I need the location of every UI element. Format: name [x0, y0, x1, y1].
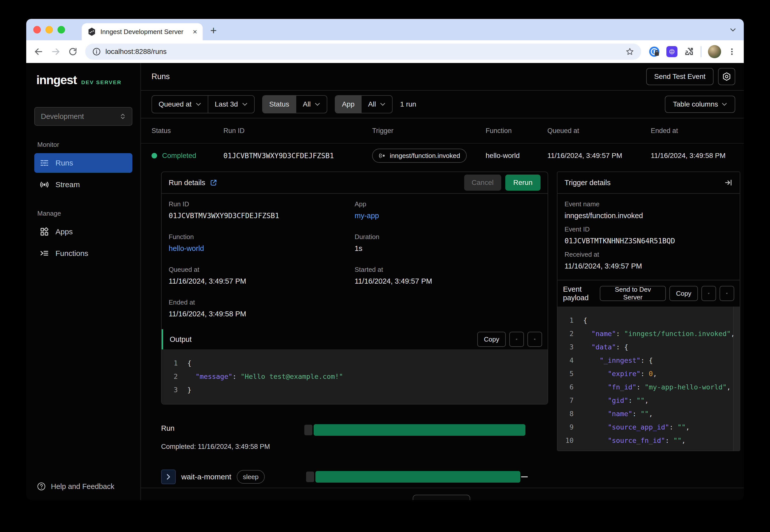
filter-bar: Queued at Last 3d Status All: [141, 91, 744, 118]
timeline-end-tick: [521, 476, 528, 477]
browser-tab-strip: Inngest Development Server × +: [26, 19, 744, 40]
chevron-down-icon: [315, 103, 320, 106]
app-filter-dropdown[interactable]: All: [361, 96, 392, 113]
expanded-run-row: Run details Cancel Rerun Run ID: [141, 168, 744, 488]
expand-step-chevron-icon[interactable]: [161, 470, 176, 484]
field-queued-at: Queued at 11/16/2024, 3:49:57 PM: [169, 266, 355, 285]
output-code-block[interactable]: 1{2 "message": "Hello test@example.com!"…: [161, 349, 547, 404]
code-line: 3 "data": {: [557, 340, 740, 354]
send-to-dev-server-button[interactable]: Send to Dev Server: [600, 286, 666, 301]
word-wrap-icon[interactable]: [701, 286, 716, 301]
code-line: 6 "fn_id": "my-app-hello-world",: [557, 380, 740, 394]
help-label: Help and Feedback: [51, 482, 114, 491]
table-columns-button[interactable]: Table columns: [665, 96, 735, 113]
close-window-button[interactable]: [33, 26, 41, 34]
scroll-to-bottom-icon[interactable]: [527, 332, 542, 347]
app-filter: App All: [335, 95, 393, 113]
trigger-details-panel: Trigger details Event name inngest/funct…: [557, 172, 740, 451]
payload-copy-button[interactable]: Copy: [669, 286, 698, 301]
stream-broadcast-icon: [40, 180, 49, 189]
table-bottom-divider: [141, 488, 744, 500]
word-wrap-icon[interactable]: [509, 332, 524, 347]
column-header-trigger[interactable]: Trigger: [372, 127, 486, 135]
settings-gear-button[interactable]: [718, 68, 735, 85]
runs-queue-icon: [40, 158, 49, 168]
sidebar-item-functions[interactable]: Functions: [34, 244, 132, 263]
minimize-window-button[interactable]: [45, 26, 53, 34]
page-title: Runs: [151, 72, 170, 81]
time-field-dropdown[interactable]: Queued at: [152, 96, 208, 113]
table-header: Status Run ID Trigger Function Queued at…: [141, 118, 744, 144]
column-header-run-id[interactable]: Run ID: [224, 127, 372, 135]
column-header-function[interactable]: Function: [486, 127, 547, 135]
time-range-dropdown[interactable]: Last 3d: [208, 96, 254, 113]
collapse-panel-icon[interactable]: [724, 178, 733, 187]
purple-extension-icon[interactable]: [666, 46, 678, 57]
column-header-ended-at[interactable]: Ended at: [651, 127, 733, 135]
forward-icon[interactable]: [51, 47, 60, 56]
column-header-status[interactable]: Status: [151, 127, 224, 135]
timeline-queue-segment: [304, 425, 312, 435]
site-info-icon[interactable]: [92, 47, 101, 56]
code-scrollbar[interactable]: [733, 307, 740, 451]
workspace-select[interactable]: Development: [34, 107, 132, 126]
timeline-step-row[interactable]: wait-a-moment sleep: [161, 469, 548, 485]
function-link[interactable]: hello-world: [169, 244, 355, 253]
tab-search-icon[interactable]: [729, 26, 737, 34]
timeline-run-bar[interactable]: [314, 424, 525, 436]
rerun-button[interactable]: Rerun: [505, 175, 540, 191]
section-label-manage: Manage: [37, 210, 132, 217]
code-line: 4 "_inngest": {: [557, 354, 740, 367]
env-label: DEV SERVER: [81, 79, 121, 85]
code-line: 8 "name": "",: [557, 407, 740, 420]
window-controls: [33, 26, 65, 34]
sidebar-item-runs[interactable]: Runs: [34, 153, 132, 173]
code-line: 1{: [161, 356, 547, 370]
bookmark-star-icon[interactable]: [626, 47, 634, 56]
sidebar-item-label: Apps: [55, 227, 73, 236]
toolbar-divider: [701, 46, 701, 57]
browser-tab[interactable]: Inngest Development Server ×: [82, 23, 203, 40]
help-question-icon: [37, 482, 46, 491]
table-row[interactable]: Completed 01JCVBTMV3WXY9D3CFDEJFZSB1 inn…: [141, 144, 744, 168]
queued-at-cell: 11/16/2024, 3:49:57 PM: [547, 152, 651, 160]
page-header: Runs Send Test Event: [141, 63, 744, 91]
help-and-feedback[interactable]: Help and Feedback: [34, 482, 132, 491]
url-text[interactable]: localhost:8288/runs: [105, 48, 621, 56]
cancel-button[interactable]: Cancel: [464, 175, 501, 191]
sidebar-item-stream[interactable]: Stream: [34, 175, 132, 194]
scroll-to-bottom-icon[interactable]: [720, 286, 734, 301]
timeline-step-bar[interactable]: [315, 471, 520, 483]
external-link-icon[interactable]: [210, 179, 217, 186]
sidebar-item-apps[interactable]: Apps: [34, 222, 132, 242]
extensions-puzzle-icon[interactable]: [684, 47, 694, 57]
apps-grid-icon: [40, 227, 49, 236]
field-started-at: Started at 11/16/2024, 3:49:57 PM: [355, 266, 541, 285]
event-payload-code-block[interactable]: 1{2 "name": "inngest/function.invoked",3…: [557, 307, 740, 451]
status-filter-dropdown[interactable]: All: [296, 96, 327, 113]
column-header-queued-at[interactable]: Queued at: [547, 127, 651, 135]
trigger-fields: Event name inngest/function.invoked Even…: [557, 194, 740, 280]
output-copy-button[interactable]: Copy: [477, 332, 506, 347]
workspace-select-value: Development: [41, 112, 84, 121]
reload-icon[interactable]: [68, 47, 78, 56]
new-tab-button[interactable]: +: [210, 24, 217, 37]
profile-avatar[interactable]: [708, 45, 721, 58]
tab-close-icon[interactable]: ×: [192, 28, 197, 36]
code-line: 10 "source_fn_id": "",: [557, 434, 740, 447]
event-payload-label: Event payload: [563, 285, 596, 302]
load-more-button-clipped[interactable]: [413, 495, 470, 500]
maximize-window-button[interactable]: [57, 26, 65, 34]
run-id-cell: 01JCVBTMV3WXY9D3CFDEJFZSB1: [224, 152, 372, 160]
password-manager-extension-icon[interactable]: [649, 46, 660, 57]
timeline-run-label: Run: [161, 423, 174, 432]
address-bar[interactable]: localhost:8288/runs: [85, 44, 641, 60]
browser-menu-icon[interactable]: [728, 47, 736, 56]
chevron-down-icon: [242, 103, 248, 106]
field-function: Function hello-world: [169, 233, 355, 253]
back-icon[interactable]: [34, 47, 43, 56]
app-link[interactable]: my-app: [355, 212, 541, 220]
trigger-event-pill[interactable]: inngest/function.invoked: [372, 149, 467, 163]
timeline-run-row[interactable]: Run: [161, 424, 548, 437]
send-test-event-button[interactable]: Send Test Event: [646, 68, 714, 85]
